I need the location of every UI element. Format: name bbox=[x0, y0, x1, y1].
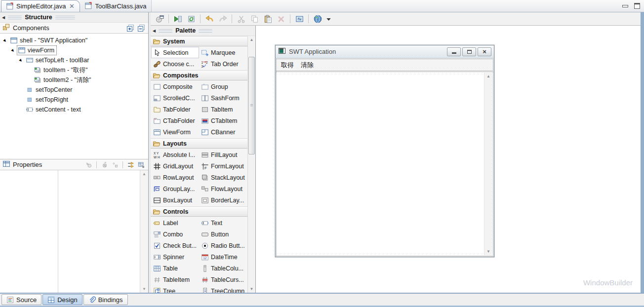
goto-n-button[interactable]: N bbox=[100, 160, 109, 169]
copy-button[interactable] bbox=[248, 13, 261, 25]
scroll-down-icon[interactable]: ▼ bbox=[142, 287, 146, 291]
scroll-down-icon[interactable]: ▼ bbox=[486, 249, 490, 254]
tree-item[interactable]: setTopCenter bbox=[0, 85, 148, 95]
cut-button[interactable] bbox=[235, 13, 247, 25]
palette-category-system[interactable]: System bbox=[151, 36, 247, 46]
palette-item[interactable]: Radio Butt... bbox=[199, 240, 247, 251]
tree-item-content[interactable]: toolItem2 - "清除" bbox=[33, 75, 93, 85]
swt-minimize-button[interactable] bbox=[447, 47, 461, 56]
collapse-all-button[interactable] bbox=[136, 24, 146, 33]
drag-handle[interactable] bbox=[159, 29, 172, 33]
palette-item[interactable]: Combo bbox=[151, 229, 199, 240]
redo-button[interactable] bbox=[216, 13, 229, 25]
locale-globe-button[interactable] bbox=[311, 13, 324, 25]
undo-button[interactable] bbox=[203, 13, 216, 25]
palette-category-controls[interactable]: Controls bbox=[151, 206, 247, 217]
palette-item[interactable]: FFormLayout bbox=[199, 160, 247, 172]
swt-toolbar[interactable]: 取得清除 bbox=[276, 59, 493, 71]
palette-item[interactable]: BorderLay... bbox=[199, 194, 247, 206]
scroll-up-icon[interactable]: ▲ bbox=[142, 172, 146, 176]
palette-item[interactable]: Marquee bbox=[199, 47, 247, 58]
swt-close-button[interactable]: × bbox=[478, 47, 491, 56]
scroll-up-icon[interactable]: ▲ bbox=[486, 74, 490, 78]
expand-arrow-icon[interactable]: ▶ bbox=[18, 59, 25, 62]
tree-item[interactable]: ▶viewForm bbox=[0, 45, 148, 55]
drag-handle[interactable] bbox=[8, 16, 22, 19]
tree-item[interactable]: setContent - text bbox=[0, 105, 148, 115]
tree-item-content[interactable]: setTopRight bbox=[25, 95, 71, 105]
palette-item[interactable]: Label bbox=[151, 217, 199, 229]
palette-category-composites[interactable]: Composites bbox=[151, 70, 247, 80]
palette-item[interactable]: TableColu... bbox=[199, 263, 247, 274]
palette-scrollbar-thumb[interactable] bbox=[248, 57, 255, 154]
tree-item[interactable]: toolItem - "取得" bbox=[0, 65, 148, 75]
tree-item[interactable]: toolItem2 - "清除" bbox=[0, 75, 148, 85]
palette-item[interactable]: TableCurs... bbox=[199, 274, 247, 285]
palette-item[interactable]: GroupLay... bbox=[151, 183, 199, 194]
expand-all-button[interactable] bbox=[125, 24, 135, 33]
palette-item[interactable]: 123Tab Order bbox=[199, 58, 247, 70]
palette-item[interactable]: TabItem bbox=[199, 104, 247, 115]
expand-arrow-icon[interactable]: ▶ bbox=[10, 49, 17, 52]
palette-item[interactable]: Text bbox=[199, 217, 247, 229]
scroll-down-icon[interactable]: ▼ bbox=[250, 287, 254, 291]
dropdown-arrow-button[interactable] bbox=[324, 13, 332, 25]
palette-item[interactable]: Table bbox=[151, 263, 199, 274]
collapse-palette-icon[interactable]: ◀ bbox=[153, 29, 156, 33]
close-tab-icon[interactable]: ✕ bbox=[68, 2, 75, 10]
palette-item[interactable]: BoxLayout bbox=[151, 194, 199, 206]
editor-tab[interactable]: ToolBarClass.java bbox=[80, 0, 151, 12]
palette-item[interactable]: Selection bbox=[151, 47, 199, 58]
editor-tab[interactable]: SimpleEditor.java✕ bbox=[1, 0, 80, 12]
scroll-up-icon[interactable]: ▲ bbox=[250, 38, 254, 42]
preview-toolbar-item[interactable]: 取得 bbox=[281, 61, 294, 70]
minimize-view-icon[interactable] bbox=[622, 5, 628, 7]
palette-category-layouts[interactable]: Layouts bbox=[151, 138, 247, 149]
palette-item[interactable]: Group bbox=[199, 81, 247, 92]
palette-item[interactable]: FlowLayout bbox=[199, 183, 247, 194]
palette-item[interactable]: CTabItem bbox=[199, 115, 247, 126]
preview-toolbar-item[interactable]: 清除 bbox=[301, 61, 314, 70]
palette-item[interactable]: SashForm bbox=[199, 92, 247, 104]
small-square-button[interactable] bbox=[110, 160, 120, 169]
show-advanced-button[interactable] bbox=[126, 160, 135, 169]
palette-item[interactable]: StackLayout bbox=[199, 172, 247, 183]
palette-item[interactable]: Composite bbox=[151, 81, 199, 92]
tab-source[interactable]: Source bbox=[1, 294, 41, 305]
paste-button[interactable] bbox=[261, 13, 274, 25]
maximize-view-icon[interactable] bbox=[634, 3, 640, 9]
palette-item[interactable]: CTabFolder bbox=[151, 115, 199, 126]
properties-scrollbar[interactable]: ▲ ▼ bbox=[140, 170, 148, 293]
pin-category-button[interactable] bbox=[84, 160, 93, 169]
swt-text-area[interactable]: ▲ ▼ bbox=[276, 72, 493, 256]
properties-column-divider[interactable] bbox=[58, 170, 58, 293]
reparse-button[interactable] bbox=[171, 13, 184, 25]
collapse-structure-icon[interactable]: ◀ bbox=[2, 15, 5, 20]
palette-item[interactable]: Check But... bbox=[151, 240, 199, 251]
test-preview-button[interactable] bbox=[153, 13, 166, 25]
refresh-button[interactable] bbox=[185, 13, 198, 25]
palette-item[interactable]: ViewForm bbox=[151, 126, 199, 138]
swt-preview-window[interactable]: SWT Application × 取得清除 ▲ ▼ bbox=[275, 45, 494, 257]
palette-item[interactable]: TreeColumn bbox=[199, 285, 247, 293]
palette-item[interactable]: ScrolledC... bbox=[151, 92, 199, 104]
tab-design[interactable]: Design bbox=[42, 294, 82, 305]
palette-item[interactable]: Button bbox=[199, 229, 247, 240]
tree-item[interactable]: ▶setTopLeft - toolBar bbox=[0, 55, 148, 65]
palette-item[interactable]: Choose c... bbox=[151, 58, 199, 70]
design-canvas[interactable]: SWT Application × 取得清除 ▲ ▼ bbox=[256, 26, 641, 293]
palette-item[interactable]: FillLayout bbox=[199, 149, 247, 160]
tree-item-content[interactable]: shell - "SWT Application" bbox=[9, 36, 90, 45]
palette-item[interactable]: Tree bbox=[151, 285, 199, 293]
text-scrollbar[interactable]: ▲ ▼ bbox=[484, 73, 492, 255]
delete-button[interactable] bbox=[275, 13, 287, 25]
tree-item[interactable]: setTopRight bbox=[0, 95, 148, 105]
swt-titlebar[interactable]: SWT Application × bbox=[276, 45, 494, 58]
externalize-strings-button[interactable] bbox=[293, 13, 306, 25]
tree-item-content[interactable]: setTopLeft - toolBar bbox=[25, 55, 91, 65]
tree-item[interactable]: ▶shell - "SWT Application" bbox=[0, 36, 148, 45]
palette-item[interactable]: X YW HAbsolute l... bbox=[151, 149, 199, 160]
palette-item[interactable]: TabFolder bbox=[151, 104, 199, 115]
palette-scrollbar[interactable]: ▲ ▼ bbox=[247, 36, 255, 293]
expand-arrow-icon[interactable]: ▶ bbox=[2, 39, 9, 42]
